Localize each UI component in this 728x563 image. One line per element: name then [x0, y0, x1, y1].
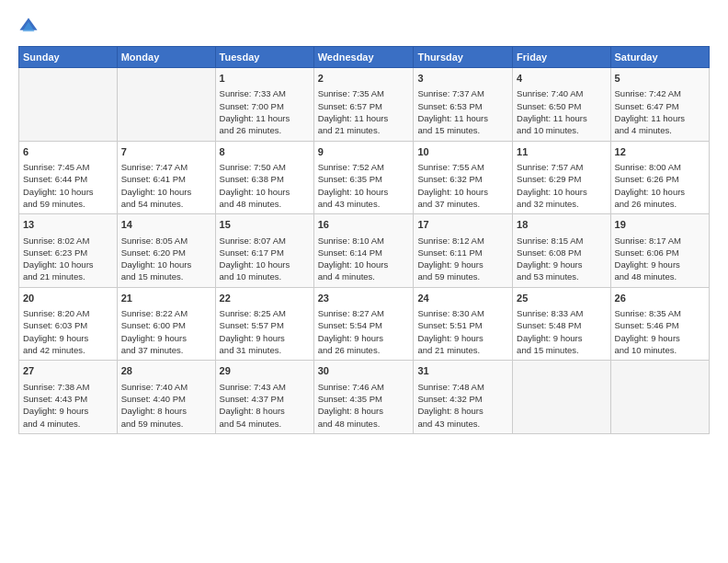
day-number: 14: [121, 218, 211, 232]
calendar-cell: 11Sunrise: 7:57 AM Sunset: 6:29 PM Dayli…: [513, 141, 610, 214]
day-info: Sunrise: 7:52 AM Sunset: 6:35 PM Dayligh…: [318, 161, 410, 210]
calendar-cell: [19, 68, 118, 142]
calendar-cell: 4Sunrise: 7:40 AM Sunset: 6:50 PM Daylig…: [513, 68, 610, 142]
day-info: Sunrise: 8:17 AM Sunset: 6:06 PM Dayligh…: [615, 235, 705, 283]
calendar-cell: 5Sunrise: 7:42 AM Sunset: 6:47 PM Daylig…: [610, 68, 709, 142]
day-info: Sunrise: 8:30 AM Sunset: 5:51 PM Dayligh…: [417, 307, 508, 356]
day-info: Sunrise: 7:35 AM Sunset: 6:57 PM Dayligh…: [318, 87, 410, 136]
day-number: 7: [121, 145, 211, 159]
day-number: 20: [23, 292, 113, 305]
calendar-cell: 23Sunrise: 8:27 AM Sunset: 5:54 PM Dayli…: [313, 287, 414, 361]
calendar-cell: 30Sunrise: 7:46 AM Sunset: 4:35 PM Dayli…: [313, 361, 414, 434]
calendar-cell: 8Sunrise: 7:50 AM Sunset: 6:38 PM Daylig…: [215, 141, 313, 214]
day-info: Sunrise: 7:40 AM Sunset: 4:40 PM Dayligh…: [121, 381, 211, 430]
weekday-header-sunday: Sunday: [19, 47, 118, 68]
day-number: 31: [417, 364, 508, 378]
page: SundayMondayTuesdayWednesdayThursdayFrid…: [0, 0, 728, 443]
calendar-cell: 14Sunrise: 8:05 AM Sunset: 6:20 PM Dayli…: [117, 214, 215, 288]
weekday-header-friday: Friday: [513, 47, 610, 68]
day-number: 11: [517, 145, 606, 159]
header: [18, 17, 710, 37]
day-number: 13: [23, 218, 113, 232]
day-info: Sunrise: 7:42 AM Sunset: 6:47 PM Dayligh…: [615, 87, 705, 136]
calendar-cell: 7Sunrise: 7:47 AM Sunset: 6:41 PM Daylig…: [117, 141, 215, 214]
day-info: Sunrise: 7:57 AM Sunset: 6:29 PM Dayligh…: [517, 161, 606, 210]
calendar-cell: 16Sunrise: 8:10 AM Sunset: 6:14 PM Dayli…: [313, 214, 414, 288]
calendar-week-4: 27Sunrise: 7:38 AM Sunset: 4:43 PM Dayli…: [19, 361, 710, 434]
calendar-cell: 28Sunrise: 7:40 AM Sunset: 4:40 PM Dayli…: [117, 361, 215, 434]
calendar-body: 1Sunrise: 7:33 AM Sunset: 7:00 PM Daylig…: [19, 68, 710, 434]
calendar-week-1: 6Sunrise: 7:45 AM Sunset: 6:44 PM Daylig…: [19, 141, 710, 214]
day-info: Sunrise: 8:00 AM Sunset: 6:26 PM Dayligh…: [615, 161, 705, 210]
day-info: Sunrise: 7:50 AM Sunset: 6:38 PM Dayligh…: [220, 161, 310, 210]
day-number: 2: [318, 72, 410, 86]
day-number: 4: [517, 72, 606, 86]
calendar-cell: 17Sunrise: 8:12 AM Sunset: 6:11 PM Dayli…: [414, 214, 513, 288]
day-info: Sunrise: 7:47 AM Sunset: 6:41 PM Dayligh…: [121, 161, 211, 210]
calendar-cell: 6Sunrise: 7:45 AM Sunset: 6:44 PM Daylig…: [19, 141, 118, 214]
day-info: Sunrise: 8:07 AM Sunset: 6:17 PM Dayligh…: [220, 235, 310, 283]
day-info: Sunrise: 8:25 AM Sunset: 5:57 PM Dayligh…: [220, 307, 310, 356]
day-number: 25: [517, 292, 606, 305]
calendar-cell: 19Sunrise: 8:17 AM Sunset: 6:06 PM Dayli…: [610, 214, 709, 288]
calendar-cell: 25Sunrise: 8:33 AM Sunset: 5:48 PM Dayli…: [513, 287, 610, 361]
day-number: 10: [417, 145, 508, 159]
day-info: Sunrise: 8:02 AM Sunset: 6:23 PM Dayligh…: [23, 235, 113, 283]
calendar-cell: 18Sunrise: 8:15 AM Sunset: 6:08 PM Dayli…: [513, 214, 610, 288]
day-number: 24: [417, 292, 508, 305]
day-info: Sunrise: 8:05 AM Sunset: 6:20 PM Dayligh…: [121, 235, 211, 283]
calendar-cell: 20Sunrise: 8:20 AM Sunset: 6:03 PM Dayli…: [19, 287, 118, 361]
calendar-cell: 29Sunrise: 7:43 AM Sunset: 4:37 PM Dayli…: [215, 361, 313, 434]
day-number: 23: [318, 292, 410, 305]
day-number: 5: [615, 72, 705, 86]
weekday-row: SundayMondayTuesdayWednesdayThursdayFrid…: [19, 47, 710, 68]
day-info: Sunrise: 8:27 AM Sunset: 5:54 PM Dayligh…: [318, 307, 410, 356]
day-number: 28: [121, 364, 211, 378]
calendar-cell: 3Sunrise: 7:37 AM Sunset: 6:53 PM Daylig…: [414, 68, 513, 142]
day-number: 12: [615, 145, 705, 159]
calendar-week-0: 1Sunrise: 7:33 AM Sunset: 7:00 PM Daylig…: [19, 68, 710, 142]
weekday-header-thursday: Thursday: [414, 47, 513, 68]
day-number: 9: [318, 145, 410, 159]
day-number: 19: [615, 218, 705, 232]
day-info: Sunrise: 7:46 AM Sunset: 4:35 PM Dayligh…: [318, 381, 410, 430]
calendar-cell: 1Sunrise: 7:33 AM Sunset: 7:00 PM Daylig…: [215, 68, 313, 142]
weekday-header-wednesday: Wednesday: [313, 47, 414, 68]
day-info: Sunrise: 8:22 AM Sunset: 6:00 PM Dayligh…: [121, 307, 211, 356]
day-number: 18: [517, 218, 606, 232]
day-info: Sunrise: 8:10 AM Sunset: 6:14 PM Dayligh…: [318, 235, 410, 283]
calendar-table: SundayMondayTuesdayWednesdayThursdayFrid…: [18, 46, 710, 434]
calendar-cell: 26Sunrise: 8:35 AM Sunset: 5:46 PM Dayli…: [610, 287, 709, 361]
day-info: Sunrise: 7:37 AM Sunset: 6:53 PM Dayligh…: [417, 87, 508, 136]
day-info: Sunrise: 7:33 AM Sunset: 7:00 PM Dayligh…: [220, 87, 310, 136]
day-number: 17: [417, 218, 508, 232]
calendar-cell: 9Sunrise: 7:52 AM Sunset: 6:35 PM Daylig…: [313, 141, 414, 214]
day-number: 1: [220, 72, 310, 86]
calendar-week-3: 20Sunrise: 8:20 AM Sunset: 6:03 PM Dayli…: [19, 287, 710, 361]
day-info: Sunrise: 7:45 AM Sunset: 6:44 PM Dayligh…: [23, 161, 113, 210]
calendar-cell: 24Sunrise: 8:30 AM Sunset: 5:51 PM Dayli…: [414, 287, 513, 361]
day-info: Sunrise: 8:35 AM Sunset: 5:46 PM Dayligh…: [615, 307, 705, 356]
weekday-header-tuesday: Tuesday: [215, 47, 313, 68]
calendar-cell: 22Sunrise: 8:25 AM Sunset: 5:57 PM Dayli…: [215, 287, 313, 361]
calendar-cell: [513, 361, 610, 434]
calendar-cell: 21Sunrise: 8:22 AM Sunset: 6:00 PM Dayli…: [117, 287, 215, 361]
day-number: 16: [318, 218, 410, 232]
calendar-cell: 10Sunrise: 7:55 AM Sunset: 6:32 PM Dayli…: [414, 141, 513, 214]
logo-icon: [18, 17, 39, 37]
day-number: 15: [220, 218, 310, 232]
day-info: Sunrise: 7:48 AM Sunset: 4:32 PM Dayligh…: [417, 381, 508, 430]
calendar-cell: 12Sunrise: 8:00 AM Sunset: 6:26 PM Dayli…: [610, 141, 709, 214]
weekday-header-monday: Monday: [117, 47, 215, 68]
day-info: Sunrise: 8:12 AM Sunset: 6:11 PM Dayligh…: [417, 235, 508, 283]
calendar-cell: 13Sunrise: 8:02 AM Sunset: 6:23 PM Dayli…: [19, 214, 118, 288]
day-number: 8: [220, 145, 310, 159]
logo: [18, 17, 41, 37]
day-number: 27: [23, 364, 113, 378]
weekday-header-saturday: Saturday: [610, 47, 709, 68]
day-info: Sunrise: 7:40 AM Sunset: 6:50 PM Dayligh…: [517, 87, 606, 136]
calendar-cell: 15Sunrise: 8:07 AM Sunset: 6:17 PM Dayli…: [215, 214, 313, 288]
day-info: Sunrise: 7:38 AM Sunset: 4:43 PM Dayligh…: [23, 381, 113, 430]
calendar-cell: 27Sunrise: 7:38 AM Sunset: 4:43 PM Dayli…: [19, 361, 118, 434]
calendar-cell: 2Sunrise: 7:35 AM Sunset: 6:57 PM Daylig…: [313, 68, 414, 142]
